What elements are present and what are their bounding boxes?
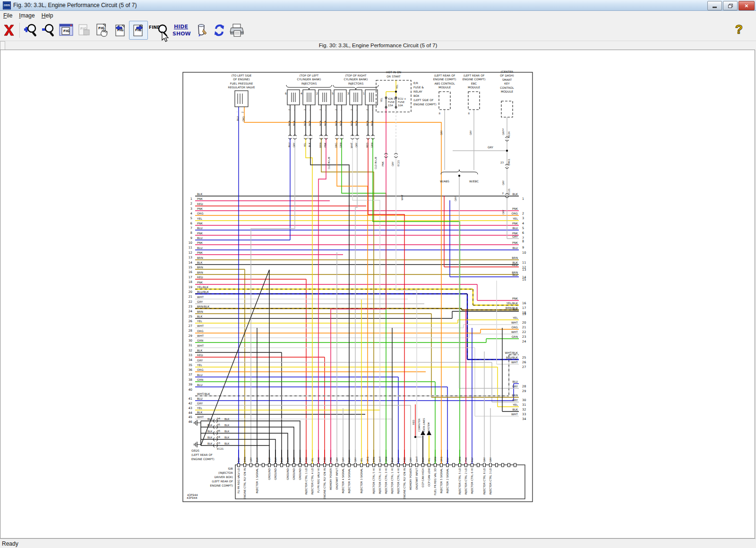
svg-text:BLU: BLU [512, 273, 518, 276]
clean-button[interactable] [192, 21, 210, 39]
svg-text:10A: 10A [398, 104, 403, 107]
svg-text:INJECTOR CTRL 4 HI: INJECTOR CTRL 4 HI [397, 468, 400, 494]
svg-text:4: 4 [190, 212, 192, 215]
svg-text:MODULE: MODULE [501, 90, 513, 93]
svg-text:GROUND: GROUND [286, 468, 289, 480]
svg-text:BRN/BLK: BRN/BLK [197, 305, 210, 308]
svg-text:30: 30 [522, 398, 526, 402]
svg-text:GRY: GRY [355, 142, 358, 147]
svg-text:BLK: BLK [268, 457, 271, 462]
svg-text:ORG: ORG [366, 457, 369, 462]
close-figure-button[interactable] [0, 21, 18, 39]
svg-text:25: 25 [522, 356, 526, 360]
svg-text:ORG: ORG [242, 116, 245, 121]
svg-text:GRY: GRY [197, 359, 203, 362]
svg-text:RED: RED [412, 420, 415, 425]
svg-text:20: 20 [522, 321, 526, 325]
svg-text:PNK: PNK [197, 207, 203, 210]
svg-text:PNK: PNK [512, 231, 518, 235]
svg-text:FUSE: FUSE [388, 101, 395, 103]
menu-help[interactable]: Help [38, 12, 57, 19]
svg-text:BLK: BLK [274, 457, 277, 462]
svg-text:ENGINE COMPT): ENGINE COMPT) [463, 77, 486, 81]
menu-image[interactable]: Image [16, 12, 38, 19]
svg-text:13: 13 [522, 268, 526, 272]
svg-text:32: 32 [189, 349, 192, 352]
svg-text:FUEL PR REG VAL 3D: FUEL PR REG VAL 3D [434, 468, 437, 495]
figure-previous-icon: FIG [112, 23, 128, 38]
svg-text:EC21: EC21 [507, 188, 510, 195]
svg-text:22: 22 [522, 330, 526, 334]
svg-text:20: 20 [189, 290, 192, 294]
minimize-button[interactable] [707, 1, 722, 10]
svg-text:WHT: WHT [511, 321, 518, 324]
svg-text:DATA LINES: DATA LINES [422, 418, 425, 432]
svg-text:BLU: BLU [197, 373, 203, 377]
svg-text:INJECTOR CTRL 2 HI: INJECTOR CTRL 2 HI [378, 468, 382, 494]
svg-text:(TO LEFT SIDE: (TO LEFT SIDE [232, 74, 252, 77]
svg-text:31: 31 [522, 403, 526, 407]
svg-text:25: 25 [189, 315, 192, 318]
svg-text:CONTROL: CONTROL [500, 86, 514, 89]
svg-text:29: 29 [189, 334, 192, 338]
close-button[interactable]: ✕ [739, 1, 755, 10]
caption-bar-edge [0, 41, 5, 50]
refresh-button[interactable] [210, 21, 228, 39]
svg-text:CLO IN L/B: CLO IN L/B [327, 156, 330, 169]
svg-text:24: 24 [522, 340, 526, 343]
svg-text:ORG: ORG [197, 212, 204, 215]
close-icon: ✕ [745, 3, 748, 9]
svg-text:BLK: BLK [207, 430, 213, 433]
figure-pan-button[interactable]: FIG [93, 21, 111, 39]
svg-text:NCA: NCA [288, 120, 291, 126]
svg-text:WHT: WHT [401, 194, 404, 200]
svg-text:26: 26 [522, 360, 526, 364]
svg-text:YEL: YEL [428, 458, 430, 462]
svg-text:8: 8 [468, 112, 470, 115]
svg-text:WHT: WHT [415, 456, 418, 462]
svg-text:YEL: YEL [197, 319, 202, 323]
svg-text:-: - [235, 111, 238, 112]
help-button[interactable]: ? [735, 22, 743, 37]
svg-text:43F944: 43F944 [187, 493, 198, 497]
svg-text:PNK: PNK [197, 197, 203, 200]
svg-text:27: 27 [522, 365, 526, 369]
zoom-in-button[interactable] [21, 21, 39, 39]
svg-text:WHT: WHT [511, 360, 518, 364]
svg-text:PNK: PNK [512, 297, 518, 300]
svg-text:INJECTOR CTRL 5 HI: INJECTOR CTRL 5 HI [372, 468, 376, 494]
svg-text:NCA: NCA [324, 120, 326, 126]
svg-text:WHT: WHT [197, 344, 204, 347]
figure-previous-button[interactable]: FIG [111, 21, 129, 39]
svg-text:19: 19 [189, 285, 192, 289]
svg-text:CYLINDER BANK): CYLINDER BANK) [344, 77, 368, 81]
svg-text:BLK: BLK [256, 457, 258, 462]
title-bar[interactable]: ODS Fig. 30: 3.3L, Engine Performance Ci… [0, 0, 756, 11]
svg-text:BLU: BLU [197, 246, 203, 249]
svg-text:INJECTOR CTRL 4 LO: INJECTOR CTRL 4 LO [311, 468, 314, 495]
svg-text:INJECTOR CTRL 1 HI: INJECTOR CTRL 1 HI [391, 468, 394, 494]
svg-text:ORG: ORG [511, 212, 518, 215]
toolbar: FIG FIG FIG FIG FIG [0, 20, 756, 41]
svg-text:BLK: BLK [224, 424, 230, 427]
svg-text:INJECTOR 4 SIGNAL: INJECTOR 4 SIGNAL [342, 468, 345, 493]
svg-text:64: 64 [217, 436, 220, 438]
diagram-canvas[interactable]: 1BLK2PNK3RED4PNK5ORG6YEL7PNK8BLU9PNK10BL… [0, 50, 755, 539]
svg-text:(LEFT REAR OF: (LEFT REAR OF [191, 453, 213, 456]
svg-text:BLU/BLK: BLU/BLK [506, 356, 518, 359]
figure-next-button[interactable]: FIG [129, 21, 148, 40]
hide-show-button[interactable]: HIDE SHOW [170, 21, 192, 39]
svg-text:SYSTEM: SYSTEM [427, 422, 430, 432]
restore-button[interactable] [723, 1, 738, 10]
print-button[interactable] [228, 21, 246, 39]
menu-file[interactable]: File [0, 12, 16, 19]
svg-text:BLK: BLK [421, 457, 424, 462]
svg-text:6: 6 [285, 92, 287, 95]
svg-text:BLK: BLK [292, 457, 295, 462]
svg-text:26: 26 [189, 319, 192, 323]
svg-text:E/R: E/R [413, 81, 418, 85]
figure-window-button[interactable]: FIG [57, 21, 75, 39]
svg-text:DRIVER BOX): DRIVER BOX) [215, 475, 233, 479]
zoom-out-button[interactable] [39, 21, 57, 39]
close-figure-icon [2, 23, 16, 37]
